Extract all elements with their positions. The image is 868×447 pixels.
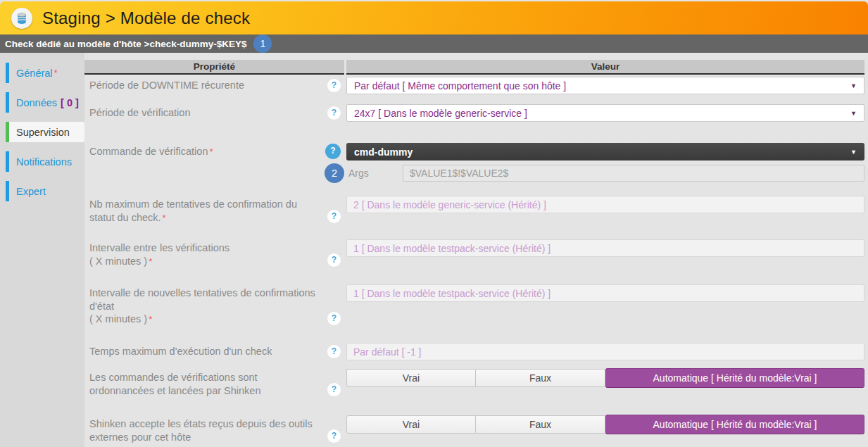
tab-supervision[interactable]: Supervision: [6, 122, 84, 142]
property-label: Temps maximum d'exécution d'un check ?: [84, 343, 346, 360]
tab-label: Notifications: [16, 156, 72, 168]
tab-count-badge: [ 0 ]: [61, 97, 79, 108]
required-asterisk: *: [149, 256, 152, 267]
option-faux-button[interactable]: Faux: [476, 369, 605, 387]
property-label: Période de vérification ?: [84, 104, 346, 122]
option-faux-button[interactable]: Faux: [476, 415, 605, 434]
property-label: Période de DOWNTIME récurente ?: [84, 77, 346, 94]
check-period-select[interactable]: 24x7 [ Dans le modèle generic-service ] …: [346, 104, 864, 122]
tab-label: Supervision: [16, 127, 70, 138]
help-icon[interactable]: ?: [327, 383, 341, 396]
tab-indicator: [6, 181, 9, 201]
args-input[interactable]: $VALUE1$!$VALUE2$: [403, 165, 864, 182]
property-label: Shinken accepte les états reçus depuis d…: [84, 415, 346, 443]
row-check-interval: Intervalle entre les vérifications ( X m…: [84, 239, 864, 267]
tab-general[interactable]: Général *: [6, 63, 84, 83]
option-automatique-button[interactable]: Automatique [ Hérité du modèle:Vrai ]: [605, 368, 864, 388]
check-timeout-input: Par défaut [ -1 ]: [346, 343, 864, 360]
tab-notifications[interactable]: Notifications: [6, 151, 84, 172]
check-description: Check dédié au modèle d'hôte >check-dumm…: [5, 39, 246, 49]
annotation-badge-2: 2: [325, 163, 344, 183]
downtime-period-select[interactable]: Par défaut [ Même comportement que son h…: [346, 77, 864, 94]
tab-expert[interactable]: Expert: [6, 181, 84, 201]
required-asterisk: *: [163, 213, 166, 223]
breadcrumb-bar: Check dédié au modèle d'hôte >check-dumm…: [0, 34, 868, 53]
annotation-badge-1: 1: [253, 34, 272, 53]
required-asterisk: *: [149, 314, 152, 325]
args-row: 2 Args $VALUE1$!$VALUE2$: [346, 165, 864, 182]
property-label: Commande de vérification* ?: [84, 143, 346, 182]
table-header: Propriété Valeur: [84, 60, 864, 75]
tab-indicator: [6, 92, 9, 113]
tab-donnees[interactable]: Données [ 0 ]: [6, 92, 84, 113]
active-checks-toggle: Vrai Faux Automatique [ Hérité du modèle…: [346, 369, 864, 387]
tab-indicator: [6, 122, 9, 142]
tab-label: Général: [16, 68, 53, 79]
help-icon[interactable]: ?: [327, 429, 341, 443]
row-passive-checks-enabled: Shinken accepte les états reçus depuis d…: [84, 415, 864, 443]
passive-checks-toggle: Vrai Faux Automatique [ Hérité du modèle…: [346, 415, 864, 434]
app-header: Staging > Modèle de check: [0, 1, 868, 34]
option-vrai-button[interactable]: Vrai: [346, 369, 476, 387]
tab-indicator: [6, 63, 9, 83]
chevron-down-icon: ▼: [850, 149, 857, 156]
database-icon: [11, 8, 32, 29]
help-icon[interactable]: ?: [327, 79, 341, 92]
help-icon[interactable]: ?: [325, 144, 341, 159]
args-label: Args: [346, 168, 403, 179]
tab-label: Données: [16, 97, 57, 108]
tab-indicator: [6, 151, 9, 172]
content: Général * Données [ 0 ] Supervision Noti…: [0, 53, 868, 447]
row-retry-interval: Intervalle de nouvelles tentatives de co…: [84, 284, 864, 326]
property-label: Intervalle entre les vérifications ( X m…: [84, 239, 346, 267]
help-icon[interactable]: ?: [327, 106, 341, 120]
property-label: Nb maximum de tentatives de confirmation…: [84, 196, 346, 224]
row-check-command: Commande de vérification* ? cmd-dummy ▼ …: [84, 143, 864, 182]
retry-interval-input: 1 [ Dans le modèle testpack-service (Hér…: [346, 284, 864, 302]
help-icon[interactable]: ?: [327, 210, 341, 223]
help-icon[interactable]: ?: [327, 253, 341, 267]
option-vrai-button[interactable]: Vrai: [346, 415, 476, 434]
chevron-down-icon: ▼: [850, 82, 857, 89]
tab-label: Expert: [16, 186, 46, 197]
property-label: Les commandes de vérifications sont ordo…: [84, 369, 346, 397]
sidebar: Général * Données [ 0 ] Supervision Noti…: [0, 53, 84, 447]
column-header-property: Propriété: [84, 60, 344, 75]
page: Staging > Modèle de check Check dédié au…: [0, 0, 868, 447]
row-check-timeout: Temps maximum d'exécution d'un check ? P…: [84, 343, 864, 360]
help-icon[interactable]: ?: [327, 345, 341, 358]
row-active-checks-enabled: Les commandes de vérifications sont ordo…: [84, 369, 864, 397]
column-header-value: Valeur: [346, 60, 864, 75]
check-interval-input: 1 [ Dans le modèle testpack-service (Hér…: [346, 239, 864, 257]
row-max-check-attempts: Nb maximum de tentatives de confirmation…: [84, 196, 864, 224]
max-check-attempts-input: 2 [ Dans le modèle generic-service (Héri…: [346, 196, 864, 213]
properties-panel: Propriété Valeur Période de DOWNTIME réc…: [84, 53, 868, 447]
row-check-period: Période de vérification ? 24x7 [ Dans le…: [84, 104, 864, 122]
page-title: Staging > Modèle de check: [42, 8, 250, 28]
option-automatique-button[interactable]: Automatique [ Hérité du modèle:Vrai ]: [605, 415, 864, 434]
row-downtime-period: Période de DOWNTIME récurente ? Par défa…: [84, 77, 864, 94]
property-label: Intervalle de nouvelles tentatives de co…: [84, 284, 346, 326]
check-command-select[interactable]: cmd-dummy ▼: [346, 143, 864, 160]
chevron-down-icon: ▼: [850, 110, 857, 117]
required-asterisk: *: [54, 68, 58, 78]
help-icon[interactable]: ?: [327, 312, 341, 325]
required-asterisk: *: [209, 146, 213, 157]
